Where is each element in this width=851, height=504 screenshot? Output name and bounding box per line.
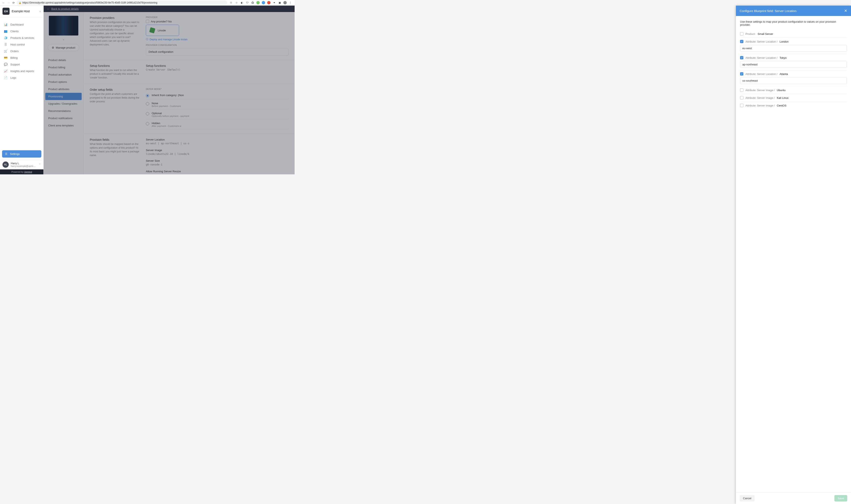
profile-avatar-icon[interactable] (283, 1, 287, 4)
product-nav: • ⚙ Manage product Product detailsProduc… (44, 12, 84, 174)
info-icon: ⓘ (146, 38, 148, 41)
provision-field[interactable]: Allow Running Server Resize- (146, 170, 289, 174)
deploy-text: Deploy and manage Linode instan (150, 38, 187, 41)
any-provider-row[interactable]: Any provider? No (146, 20, 289, 23)
field-values: g6-nanode-1 (146, 163, 289, 166)
detail-pane: Provision providers Which provision conf… (84, 12, 295, 174)
nav-label: Insights and reports (11, 70, 34, 73)
collapse-icon[interactable]: « (39, 10, 41, 13)
checkbox-icon (146, 20, 149, 23)
subnav-item-provisioning[interactable]: Provisioning (45, 93, 82, 100)
subnav-item-product-details[interactable]: Product details (45, 56, 82, 64)
brand-badge: EH (2, 8, 10, 15)
powered-link[interactable]: Upmind (24, 170, 32, 173)
radio-sub: Before payment - Customers (152, 105, 181, 107)
section-desc: What fields should be mapped based on th… (90, 142, 140, 157)
breadcrumb-link[interactable]: Back to product details (51, 7, 79, 11)
browser-chrome: ← → ⟳ 🔒 https://3mrvxolyv4br.upmind.app/… (0, 0, 295, 6)
subnav-item-client-area-templates[interactable]: Client area templates (45, 122, 82, 129)
subnav-item-recommendations[interactable]: Recommendations (45, 107, 82, 114)
nav-label: Dashboard (11, 23, 24, 26)
sidebar-item-clients[interactable]: 👥Clients (0, 28, 44, 34)
nav-label: Host control (11, 43, 25, 46)
nav-icon: 💳 (4, 56, 7, 59)
field-values: linode/ubuntu22.10 | linode/k (146, 152, 289, 156)
powered-by: Powered by Upmind (0, 169, 44, 174)
radio-icon (146, 122, 149, 125)
subnav-item-upgrades-downgrades[interactable]: Upgrades / Downgrades (45, 100, 82, 107)
workarea: ← Back to product details • ⚙ Manage pro… (44, 6, 295, 174)
reload-icon[interactable]: ⟳ (12, 1, 15, 4)
defer-caption: DEFER MODE* (146, 88, 289, 90)
nav-icon: 🛒 (4, 49, 7, 53)
fields-list: Server Locationeu-west | ap-northeast | … (146, 138, 289, 174)
sidebar-item-host-control[interactable]: 🗄Host control (0, 41, 44, 48)
url-text: https://3mrvxolyv4br.upmind.app/admin/se… (22, 1, 157, 4)
provision-field[interactable]: Server Locationeu-west | ap-northeast | … (146, 138, 289, 145)
config-caption: PROVIDER CONFIGURATION (146, 44, 289, 46)
nav-list: 📊Dashboard👥Clients🧊Products & services🗄H… (0, 17, 44, 148)
ext-icon-5[interactable] (262, 1, 265, 4)
panel-icon[interactable]: ▣ (278, 1, 281, 4)
config-select[interactable]: Default configuration (146, 48, 289, 56)
extensions-icon[interactable]: ✦ (273, 1, 276, 4)
settings-button[interactable]: ☰ Settings (2, 150, 41, 158)
provision-field[interactable]: Server Imagelinode/ubuntu22.10 | linode/… (146, 149, 289, 156)
section-providers: Provision providers Which provision conf… (84, 12, 295, 60)
product-image (49, 16, 78, 36)
manage-product-button[interactable]: ⚙ Manage product (48, 44, 80, 51)
section-title: Order setup fields (90, 88, 140, 91)
subnav-item-product-notifications[interactable]: Product notifications (45, 114, 82, 122)
share-icon[interactable]: ⇪ (229, 1, 233, 4)
chevron-up-icon: ⌃ (39, 163, 41, 166)
provision-field[interactable]: Server Sizeg6-nanode-1 (146, 159, 289, 166)
nav-icon: 📊 (4, 23, 7, 26)
nav-label: Support (11, 63, 20, 66)
sidebar-item-dashboard[interactable]: 📊Dashboard (0, 21, 44, 28)
user-avatar: HL (2, 162, 9, 168)
app: EH Example Host « 📊Dashboard👥Clients🧊Pro… (0, 6, 295, 174)
radio-row[interactable]: HiddenAfter payment - Customers w (146, 120, 289, 129)
radio-row[interactable]: NoneBefore payment - Customers (146, 100, 289, 110)
sidebar-item-support[interactable]: 💬Support (0, 61, 44, 68)
nav-icon: 🧊 (4, 36, 7, 39)
sidebar-item-orders[interactable]: 🛒Orders (0, 48, 44, 54)
subnav-item-product-options[interactable]: Product options (45, 78, 82, 86)
ext-icon-1[interactable]: ◐ (240, 1, 243, 4)
section-desc: Which provision configuration do you wan… (90, 20, 140, 47)
sidebar-item-products-services[interactable]: 🧊Products & services (0, 34, 44, 41)
ext-icon-2[interactable]: 🛡 (246, 1, 249, 4)
user-row[interactable]: HL Harry L harry+example@upmind.... ⌃ (0, 160, 44, 169)
radio-icon (146, 102, 149, 105)
radio-label: Optional (152, 112, 189, 115)
forward-arrow-icon[interactable]: → (7, 1, 11, 4)
nav-icon: 🗄 (4, 43, 7, 46)
ext-icon-4[interactable] (256, 1, 260, 4)
sliders-icon: ☰ (5, 152, 7, 156)
radio-row[interactable]: OptionalOptionally before payment - paym… (146, 110, 289, 120)
sidebar-item-logs[interactable]: 📄Logs (0, 74, 44, 81)
star-icon[interactable]: ☆ (235, 1, 238, 4)
linode-icon (149, 27, 155, 33)
ext-icon-3[interactable]: ⏻ (251, 1, 254, 4)
sidebar-item-billing[interactable]: 💳Billing (0, 54, 44, 61)
provider-card-linode[interactable]: Linode (146, 25, 179, 36)
subnav-item-product-billing[interactable]: Product billing (45, 64, 82, 71)
manage-label: Manage product (56, 46, 75, 49)
subnav-item-product-attributes[interactable]: Product attributes (45, 86, 82, 93)
left-sidebar: EH Example Host « 📊Dashboard👥Clients🧊Pro… (0, 6, 44, 174)
ext-icon-6[interactable] (267, 1, 271, 4)
section-fields: Provision fields What fields should be m… (84, 134, 295, 174)
kebab-icon[interactable]: ⋮ (289, 1, 292, 4)
radio-row[interactable]: Inherit from category: (Non (146, 92, 289, 100)
radio-list: Inherit from category: (NonNoneBefore pa… (146, 92, 289, 129)
nav-icon: 📄 (4, 76, 7, 79)
product-hero: • ⚙ Manage product (44, 12, 83, 55)
sidebar-item-insights-and-reports[interactable]: 📈Insights and reports (0, 68, 44, 74)
url-bar[interactable]: 🔒 https://3mrvxolyv4br.upmind.app/admin/… (17, 1, 227, 5)
back-arrow-icon[interactable]: ← (2, 1, 5, 4)
setup-right-code: Create Server (Default) (146, 68, 289, 71)
subnav-item-product-automation[interactable]: Product automation (45, 71, 82, 78)
provider-caption: PROVIDER (146, 16, 289, 18)
section-desc: What function do you want to run when th… (90, 68, 140, 79)
